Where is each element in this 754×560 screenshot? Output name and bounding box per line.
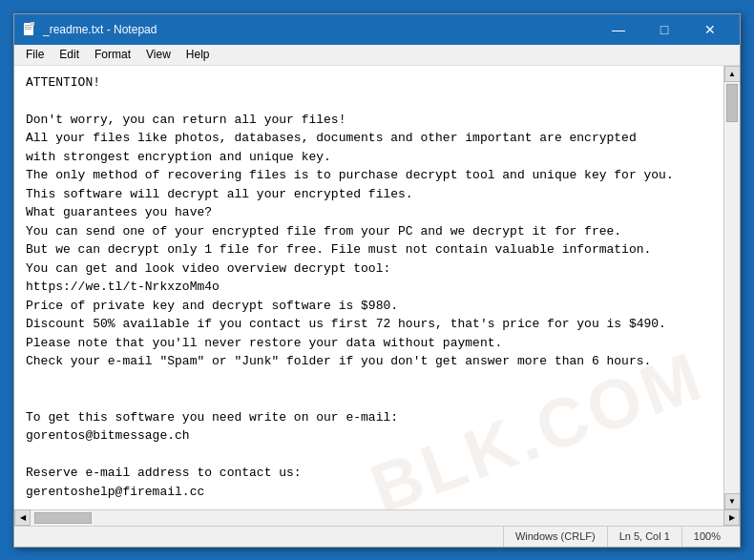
- scroll-track-vertical[interactable]: [724, 82, 740, 493]
- menu-help[interactable]: Help: [178, 46, 218, 63]
- app-icon: [22, 22, 37, 37]
- status-position: Ln 5, Col 1: [608, 527, 682, 547]
- status-zoom: 100%: [682, 527, 732, 547]
- scroll-up-arrow[interactable]: ▲: [724, 66, 741, 82]
- scroll-thumb-horizontal[interactable]: [34, 512, 92, 524]
- content-area: ATTENTION! Don't worry, you can return a…: [14, 66, 740, 509]
- scroll-track-horizontal[interactable]: [31, 510, 723, 526]
- scroll-down-arrow[interactable]: ▼: [724, 493, 741, 509]
- svg-rect-1: [25, 25, 31, 26]
- window-controls: — □ ✕: [597, 16, 732, 43]
- maximize-button[interactable]: □: [642, 16, 686, 43]
- menu-edit[interactable]: Edit: [52, 46, 87, 63]
- minimize-button[interactable]: —: [597, 16, 640, 43]
- close-button[interactable]: ✕: [688, 16, 732, 43]
- text-editor[interactable]: ATTENTION! Don't worry, you can return a…: [14, 66, 723, 509]
- vertical-scrollbar[interactable]: ▲ ▼: [723, 66, 740, 509]
- menu-format[interactable]: Format: [87, 46, 138, 63]
- svg-rect-4: [31, 22, 34, 26]
- status-encoding: Windows (CRLF): [504, 527, 608, 547]
- status-empty: [22, 527, 504, 547]
- scroll-left-arrow[interactable]: ◀: [14, 509, 31, 526]
- menu-view[interactable]: View: [138, 46, 178, 63]
- svg-rect-3: [25, 29, 31, 30]
- scroll-right-arrow[interactable]: ▶: [723, 509, 740, 526]
- status-bar: Windows (CRLF) Ln 5, Col 1 100%: [14, 526, 740, 547]
- horizontal-scrollbar[interactable]: ◀ ▶: [14, 509, 740, 526]
- menu-file[interactable]: File: [18, 46, 52, 63]
- menu-bar: File Edit Format View Help: [14, 45, 740, 66]
- svg-rect-2: [25, 27, 32, 28]
- window-title: _readme.txt - Notepad: [43, 23, 597, 36]
- title-bar: _readme.txt - Notepad — □ ✕: [14, 14, 740, 45]
- scroll-thumb-vertical[interactable]: [726, 84, 738, 122]
- notepad-window: _readme.txt - Notepad — □ ✕ File Edit Fo…: [13, 13, 741, 548]
